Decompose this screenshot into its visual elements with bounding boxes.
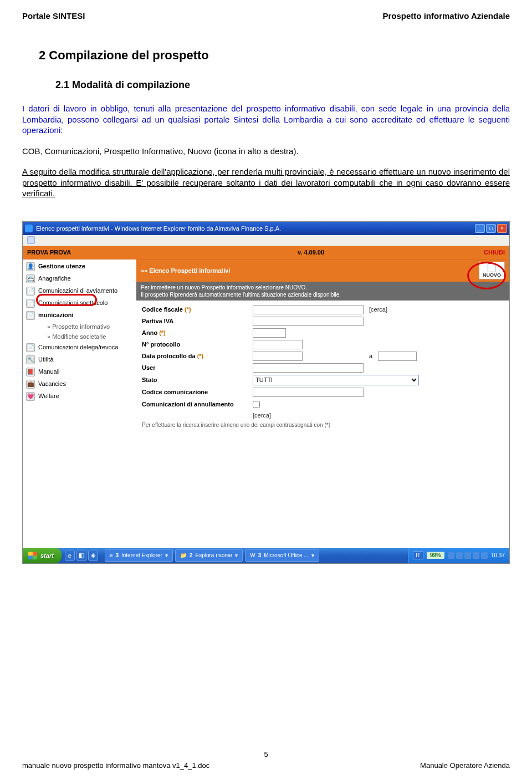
main-header-text: »» Elenco Prospetti informativi: [141, 267, 230, 274]
quick-launch: e ◧ ◈: [62, 551, 101, 561]
sidebar-item-label: Gestione utenze: [38, 263, 85, 269]
section-title: 2 Compilazione del prospetto: [39, 48, 510, 63]
card-icon: 📇: [26, 274, 35, 283]
clock[interactable]: 10.37: [491, 552, 505, 558]
word-icon: W: [250, 552, 255, 558]
sidebar-item-gestione-utenze[interactable]: 👤Gestione utenze: [23, 261, 136, 273]
window-title: Elenco prospetti informativi - Windows I…: [36, 225, 475, 232]
lbl-n-protocollo: N° protocollo: [142, 341, 253, 348]
tray-icon[interactable]: [473, 552, 479, 559]
language-indicator[interactable]: IT: [413, 551, 423, 559]
ql-ie-icon[interactable]: e: [65, 551, 75, 561]
main-panel: »» Elenco Prospetti informativi NUOVO Pe…: [136, 259, 509, 548]
sidebar-item-label: Anagrafiche: [38, 275, 71, 282]
browser-toolbar: [23, 235, 509, 246]
cerca-link[interactable]: [cerca]: [369, 306, 387, 313]
sidebar-item-vacancies[interactable]: 💼Vacancies: [23, 378, 136, 390]
task-label: Esplora risorse: [195, 552, 232, 558]
windows-logo-icon: [28, 552, 37, 559]
task-ie[interactable]: e3Internet Explorer▾: [105, 549, 173, 562]
doc-icon: 📄: [26, 311, 35, 320]
label-a: a: [369, 353, 372, 359]
lbl-partita-iva: Partiva IVA: [142, 318, 253, 324]
page-footer: manuale nuovo prospetto informativo mant…: [22, 761, 510, 770]
tray-icon[interactable]: [464, 552, 471, 559]
tray-icon[interactable]: [481, 552, 488, 559]
select-stato[interactable]: TUTTI: [253, 375, 419, 385]
wrench-icon: 🔧: [26, 355, 35, 364]
tray-icon[interactable]: [456, 552, 463, 559]
task-label: Internet Explorer: [121, 552, 162, 558]
sidebar-item-anagrafiche[interactable]: 📇Anagrafiche: [23, 273, 136, 285]
lbl-com-annull: Comunicazioni di annullamento: [142, 401, 253, 408]
lbl-codice-com: Codice comunicazione: [142, 389, 253, 395]
header-left: Portale SINTESI: [22, 11, 85, 21]
battery-indicator[interactable]: 99%: [427, 552, 444, 559]
task-explorer[interactable]: 📁2Esplora risorse▾: [175, 549, 243, 562]
sidebar-sub-prospetto[interactable]: » Prospetto informativo: [23, 322, 136, 332]
checkbox-annullamento[interactable]: [253, 401, 260, 408]
cerca-link[interactable]: [cerca]: [253, 412, 271, 419]
input-user[interactable]: [253, 363, 364, 373]
ql-icon[interactable]: ◈: [88, 551, 98, 561]
sidebar-item-label: Welfare: [38, 393, 59, 399]
input-data-da[interactable]: [253, 352, 303, 361]
sidebar-sub-modifiche[interactable]: » Modifiche societarie: [23, 332, 136, 342]
tray-icons: [448, 552, 488, 559]
red-callout-sidebar: [36, 294, 97, 306]
sidebar-item-label: Comunicazioni delega/revoca: [38, 344, 118, 350]
input-anno[interactable]: [253, 328, 286, 338]
task-office[interactable]: W3Microsoft Office ...▾: [245, 549, 319, 562]
lbl-anno: Anno (*): [142, 329, 253, 336]
ie-icon: [25, 225, 33, 232]
header-right: Prospetto informativo Aziendale: [383, 11, 510, 21]
sidebar-item-welfare[interactable]: 💗Welfare: [23, 390, 136, 403]
ql-icon[interactable]: ◧: [76, 551, 86, 561]
version-label: v. 4.09.00: [138, 249, 484, 256]
taskbar-tasks: e3Internet Explorer▾ 📁2Esplora risorse▾ …: [101, 549, 323, 562]
chevron-down-icon: ▾: [235, 552, 238, 558]
folder-icon: 📁: [180, 552, 187, 558]
input-n-protocollo[interactable]: [253, 340, 303, 349]
input-partita-iva[interactable]: [253, 317, 364, 326]
sidebar: 👤Gestione utenze 📇Anagrafiche 📄Comunicaz…: [23, 259, 136, 548]
window-titlebar[interactable]: Elenco prospetti informativi - Windows I…: [23, 222, 509, 235]
embedded-screenshot: Elenco prospetti informativi - Windows I…: [22, 221, 510, 564]
start-button[interactable]: start: [23, 548, 62, 563]
sidebar-item-manuali[interactable]: 📕Manuali: [23, 366, 136, 378]
doc-icon: 📄: [26, 343, 35, 352]
briefcase-icon: 💼: [26, 380, 35, 389]
minimize-button[interactable]: _: [475, 224, 485, 233]
sidebar-item-label: Vacancies: [38, 380, 66, 387]
input-data-a[interactable]: [378, 352, 417, 361]
underline-paragraph: A seguito della modifica strutturale del…: [22, 166, 510, 199]
intro-paragraph: I datori di lavoro in obbligo, tenuti al…: [22, 103, 510, 136]
app-top-bar: PROVA PROVA v. 4.09.00 CHIUDI: [23, 246, 509, 259]
doc-icon: 📄: [26, 299, 35, 308]
lbl-data-protocollo: Data protocollo da (*): [142, 353, 253, 359]
ie-icon: e: [110, 552, 113, 558]
page-header: Portale SINTESI Prospetto informativo Az…: [22, 11, 510, 21]
lbl-codice-fiscale: Codice fiscale (*): [142, 306, 253, 313]
chevron-down-icon: ▾: [311, 552, 314, 558]
red-callout-nuovo: [467, 262, 506, 289]
sidebar-item-comunicazioni[interactable]: 📄municazioni: [23, 309, 136, 322]
maximize-button[interactable]: □: [486, 224, 496, 233]
sidebar-item-label: Comunicazioni di avviamento: [38, 287, 117, 294]
book-icon: 📕: [26, 368, 35, 376]
chiudi-link[interactable]: CHIUDI: [484, 249, 505, 256]
person-icon: 👤: [26, 262, 35, 271]
tray-icon[interactable]: [448, 552, 454, 559]
input-codice-fiscale[interactable]: [253, 305, 364, 314]
lbl-user: User: [142, 364, 253, 371]
windows-taskbar: start e ◧ ◈ e3Internet Explorer▾ 📁2Esplo…: [23, 548, 509, 563]
toolbar-icon[interactable]: [27, 236, 35, 244]
input-codice-com[interactable]: [253, 388, 364, 397]
form-note: Per effettuare la ricerca inserire almen…: [142, 420, 504, 428]
sidebar-item-delega[interactable]: 📄Comunicazioni delega/revoca: [23, 342, 136, 354]
user-label: PROVA PROVA: [27, 249, 138, 256]
sidebar-item-utilita[interactable]: 🔧Utilità: [23, 354, 136, 366]
instruction-bar: Per immettere un nuovo Prospetto informa…: [136, 282, 509, 301]
footer-right: Manuale Operatore Azienda: [420, 761, 510, 770]
close-button[interactable]: ×: [497, 224, 507, 233]
